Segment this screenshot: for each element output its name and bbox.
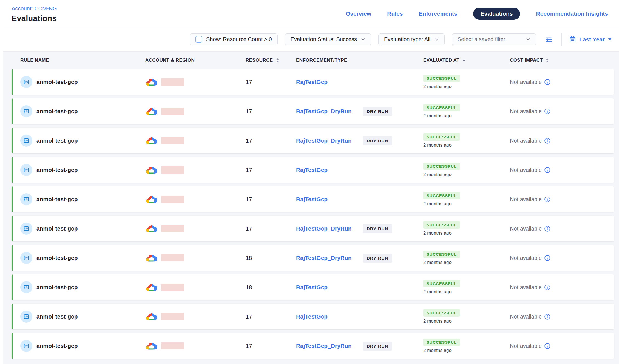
info-icon[interactable] (544, 167, 550, 173)
gcp-cloud-icon (145, 194, 158, 204)
rule-avatar: </> (20, 164, 32, 176)
evaluated-time: 2 months ago (423, 172, 452, 177)
info-icon[interactable] (544, 196, 550, 203)
dry-run-badge: DRY RUN (363, 254, 393, 263)
policy-code-icon: </> (23, 284, 30, 291)
col-header-account-region: ACCOUNT & REGION (144, 58, 246, 63)
resource-count: 17 (246, 313, 296, 320)
date-range-picker[interactable]: Last Year (569, 36, 612, 43)
resource-count: 17 (246, 167, 296, 173)
svg-text:</>: </> (24, 227, 29, 230)
enforcement-link[interactable]: RajTestGcp (296, 167, 328, 173)
table-row[interactable]: </> anmol-test-gcp (12, 245, 614, 271)
cost-impact-value: Not available (510, 196, 542, 203)
info-icon[interactable] (544, 226, 550, 232)
info-icon[interactable] (544, 79, 550, 85)
rule-name: anmol-test-gcp (36, 167, 78, 173)
table-row[interactable]: </> anmol-test-gcp (12, 216, 614, 241)
cost-impact-value: Not available (510, 138, 542, 144)
table-row[interactable]: </> anmol-test-gcp (12, 333, 614, 359)
filter-bar: Show: Resource Count > 0 Evaluation Stat… (3, 27, 619, 52)
cost-impact-value: Not available (510, 255, 542, 261)
svg-text:</>: </> (24, 110, 29, 113)
enforcement-link[interactable]: RajTestGcp (296, 196, 328, 203)
rule-name: anmol-test-gcp (36, 343, 78, 349)
nav-tab-enforcements[interactable]: Enforcements (419, 10, 457, 17)
policy-code-icon: </> (23, 108, 30, 115)
svg-text:</>: </> (24, 198, 29, 201)
rule-name: anmol-test-gcp (36, 79, 78, 85)
resource-count: 17 (246, 137, 296, 144)
evaluation-status-dropdown[interactable]: Evaluation Status: Success (285, 33, 371, 46)
col-header-evaluated-at[interactable]: EVALUATED AT (422, 58, 510, 63)
evaluation-status-value: Evaluation Status: Success (291, 36, 357, 42)
enforcement-link[interactable]: RajTestGcp_DryRun (296, 225, 352, 232)
table-header-row: RULE NAME ACCOUNT & REGION RESOURCE ENFO… (12, 52, 614, 69)
sort-asc-icon (462, 59, 466, 62)
status-badge: SUCCESSFUL (423, 104, 460, 111)
enforcement-link[interactable]: RajTestGcp_DryRun (296, 255, 352, 261)
table-row[interactable]: </> anmol-test-gcp (12, 186, 614, 212)
col-header-cost-impact[interactable]: COST IMPACT (510, 58, 614, 63)
evaluated-time: 2 months ago (423, 143, 452, 148)
info-icon[interactable] (544, 343, 550, 349)
evaluated-time: 2 months ago (423, 201, 452, 207)
enforcement-link[interactable]: RajTestGcp_DryRun (296, 137, 352, 144)
policy-code-icon: </> (23, 137, 30, 144)
gcp-cloud-icon (145, 312, 158, 322)
rule-avatar: </> (20, 281, 32, 293)
info-icon[interactable] (544, 314, 550, 320)
rule-name: anmol-test-gcp (36, 137, 78, 144)
account-name-redacted (161, 254, 184, 261)
caret-down-icon (608, 38, 612, 41)
rule-avatar: </> (20, 135, 32, 147)
enforcement-link[interactable]: RajTestGcp_DryRun (296, 108, 352, 115)
rule-name: anmol-test-gcp (36, 313, 78, 320)
rule-avatar: </> (20, 252, 32, 264)
enforcement-link[interactable]: RajTestGcp (296, 79, 328, 85)
evaluated-time: 2 months ago (423, 231, 452, 236)
saved-filter-placeholder: Select a saved filter (458, 36, 506, 42)
info-icon[interactable] (544, 138, 550, 144)
col-header-resource[interactable]: RESOURCE (246, 58, 296, 63)
evaluated-time: 2 months ago (423, 348, 452, 353)
evaluated-time: 2 months ago (423, 289, 452, 295)
gcp-cloud-icon (145, 106, 158, 116)
table-row[interactable]: </> anmol-test-gcp (12, 304, 614, 329)
table-row[interactable]: </> anmol-test-gcp (12, 98, 614, 124)
enforcement-link[interactable]: RajTestGcp_DryRun (296, 343, 352, 349)
rule-avatar: </> (20, 105, 32, 117)
resource-count-filter[interactable]: Show: Resource Count > 0 (190, 33, 278, 46)
enforcement-link[interactable]: RajTestGcp (296, 284, 328, 291)
table-row[interactable]: </> anmol-test-gcp (12, 69, 614, 95)
table-row[interactable]: </> anmol-test-gcp (12, 128, 614, 153)
filter-settings-button[interactable] (543, 34, 554, 45)
saved-filter-dropdown[interactable]: Select a saved filter (452, 33, 536, 46)
info-icon[interactable] (544, 108, 550, 115)
table-body: </> anmol-test-gcp (3, 69, 619, 359)
resource-count: 17 (246, 79, 296, 85)
gcp-cloud-icon (145, 77, 158, 87)
cost-impact-value: Not available (510, 226, 542, 232)
nav-tab-evaluations[interactable]: Evaluations (473, 8, 520, 20)
evaluation-type-dropdown[interactable]: Evaluation type: All (378, 33, 445, 46)
resource-count-checkbox[interactable] (195, 36, 202, 43)
enforcement-link[interactable]: RajTestGcp (296, 313, 328, 320)
account-name-redacted (161, 108, 184, 115)
info-icon[interactable] (544, 284, 550, 291)
breadcrumb-account-link[interactable]: Account: CCM-NG (12, 5, 57, 12)
nav-tab-overview[interactable]: Overview (346, 10, 371, 17)
table-row[interactable]: </> anmol-test-gcp (12, 274, 614, 300)
account-name-redacted (161, 284, 184, 291)
policy-code-icon: </> (23, 254, 30, 261)
svg-text:</>: </> (24, 139, 29, 142)
status-badge: SUCCESSFUL (423, 339, 460, 346)
cost-impact-value: Not available (510, 167, 542, 173)
nav-tab-recommendation-insights[interactable]: Recommendation Insights (536, 10, 608, 17)
nav-tab-rules[interactable]: Rules (387, 10, 403, 17)
page-root: Account: CCM-NG Evaluations Overview Rul… (3, 0, 619, 364)
info-icon[interactable] (544, 255, 550, 261)
page-title: Evaluations (12, 14, 57, 23)
account-name-redacted (161, 196, 184, 203)
table-row[interactable]: </> anmol-test-gcp (12, 157, 614, 183)
